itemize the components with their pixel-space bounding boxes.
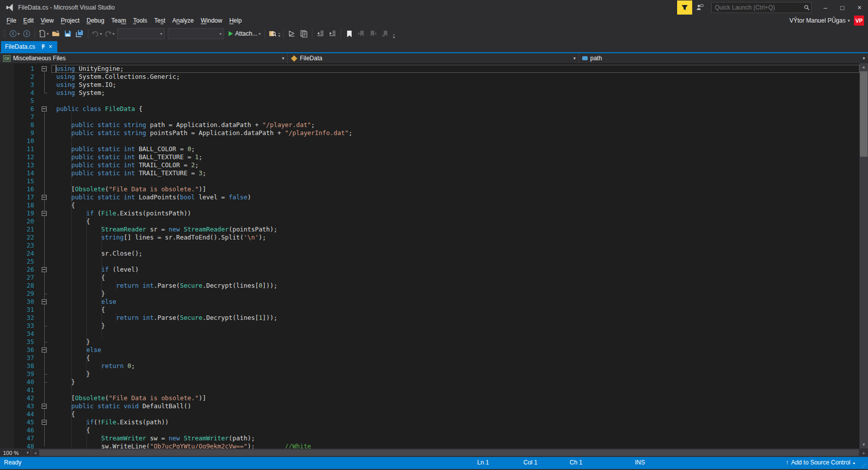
next-bookmark-icon[interactable] [367,28,379,40]
code-line[interactable]: { [51,217,859,225]
line-number[interactable]: 36 [14,346,38,354]
line-number[interactable]: 5 [14,97,38,105]
code-line[interactable]: { [51,426,859,434]
configuration-combobox[interactable]: ▾ [117,28,165,39]
line-number[interactable]: 10 [14,137,38,145]
send-feedback-icon[interactable] [692,1,707,15]
maximize-button[interactable]: □ [834,1,851,15]
line-number[interactable]: 29 [14,290,38,298]
scroll-left-icon[interactable]: ◂ [31,448,39,457]
save-all-icon[interactable] [74,28,86,40]
line-number[interactable]: 20 [14,217,38,225]
fold-toggle[interactable] [42,211,47,216]
code-line[interactable]: StreamWriter sw = new StreamWriter(path)… [51,434,859,442]
line-number[interactable]: 11 [14,145,38,153]
undo-icon[interactable]: ▾ [90,28,103,40]
code-line[interactable]: { [51,201,859,209]
code-line[interactable]: public static int LoadPoints(bool level … [51,193,859,201]
code-line[interactable]: } [51,338,859,346]
line-number[interactable]: 34 [14,330,38,338]
line-number[interactable]: 1 [14,65,38,73]
code-line[interactable] [51,137,859,145]
line-number[interactable]: 14 [14,169,38,177]
line-number[interactable]: 48 [14,442,38,448]
line-number[interactable]: 32 [14,314,38,322]
code-line[interactable]: sw.WriteLine("Qb7ucPgYWtu/Qg9ekm2cVw==")… [51,442,859,448]
chevron-down-icon[interactable]: ▾ [27,450,29,455]
menu-edit[interactable]: Edit [20,16,37,25]
code-line[interactable]: { [51,274,859,282]
line-number[interactable]: 47 [14,434,38,442]
redo-icon[interactable]: ▾ [103,28,116,40]
line-number[interactable]: 4 [14,89,38,97]
member-dropdown[interactable]: path ▾ [579,53,868,63]
line-number[interactable]: 25 [14,258,38,266]
comment-selection-icon[interactable] [286,28,298,40]
vertical-scrollbar-thumb[interactable] [860,71,867,157]
line-number[interactable]: 8 [14,121,38,129]
code-line[interactable]: public static void DefaultBall() [51,402,859,410]
menu-test[interactable]: Test [151,16,169,25]
line-number[interactable]: 3 [14,81,38,89]
line-number[interactable]: 9 [14,129,38,137]
menu-help[interactable]: Help [226,16,245,25]
scroll-up-icon[interactable]: ▲ [859,63,868,71]
add-to-source-control[interactable]: ↑ Add to Source Control ▴ [786,459,855,466]
menu-debug[interactable]: Debug [83,16,107,25]
line-number[interactable]: 45 [14,418,38,426]
search-icon[interactable] [802,5,811,11]
quick-launch-input[interactable] [712,4,802,11]
code-line[interactable]: public class FileData { [51,105,859,113]
horizontal-scrollbar[interactable] [39,448,860,457]
line-number[interactable]: 44 [14,410,38,418]
code-line[interactable]: using System.Collections.Generic; [51,73,859,81]
type-dropdown[interactable]: FileData ▾ [288,53,579,63]
line-number[interactable]: 43 [14,402,38,410]
line-number[interactable]: 2 [14,73,38,81]
code-line[interactable]: sr.Close(); [51,250,859,258]
chevron-down-icon[interactable]: ▾ [573,56,576,61]
line-number[interactable]: 22 [14,233,38,242]
fold-toggle[interactable] [42,299,47,304]
line-number[interactable]: 15 [14,177,38,185]
line-number[interactable]: 28 [14,282,38,290]
line-number[interactable]: 41 [14,386,38,394]
uncomment-selection-icon[interactable] [298,28,310,40]
menu-analyze[interactable]: Analyze [169,16,197,25]
user-name[interactable]: VÝtor Manuel PÛgas [789,17,845,24]
minimize-button[interactable]: – [817,1,834,15]
line-number[interactable]: 30 [14,298,38,306]
scroll-right-icon[interactable]: ▸ [860,448,868,457]
code-line[interactable]: } [51,322,859,330]
code-line[interactable] [51,258,859,266]
code-line[interactable] [51,97,859,105]
line-number[interactable]: 17 [14,193,38,201]
menu-tools[interactable]: Tools [130,16,151,25]
line-number[interactable]: 18 [14,201,38,209]
code-line[interactable]: using System.IO; [51,81,859,89]
menu-team[interactable]: Team [108,16,130,25]
pin-icon[interactable] [39,43,47,51]
chevron-down-icon[interactable]: ▾ [862,56,865,61]
code-line[interactable] [51,113,859,121]
line-number[interactable]: 21 [14,225,38,233]
navigate-backward-icon[interactable]: ▾ [8,28,21,40]
code-line[interactable]: return 0; [51,362,859,370]
line-number[interactable]: 39 [14,370,38,378]
feedback-filter-icon[interactable] [677,1,692,15]
fold-toggle[interactable] [42,66,47,71]
code-line[interactable]: { [51,354,859,362]
code-line[interactable] [51,330,859,338]
line-number[interactable]: 46 [14,426,38,434]
code-line[interactable]: public static int BALL_COLOR = 0; [51,145,859,153]
attach-button[interactable]: Attach... ▾ [226,30,263,37]
prev-bookmark-icon[interactable] [355,28,367,40]
code-line[interactable]: } [51,290,859,298]
find-in-files-icon[interactable]: ▾ [267,28,281,40]
resize-grip[interactable]: ⋰ [861,463,866,468]
line-number[interactable]: 7 [14,113,38,121]
status-insert-mode[interactable]: INS [635,459,645,466]
increase-indent-icon[interactable] [327,28,339,40]
code-line[interactable] [51,177,859,185]
status-line[interactable]: Ln 1 [477,459,489,466]
